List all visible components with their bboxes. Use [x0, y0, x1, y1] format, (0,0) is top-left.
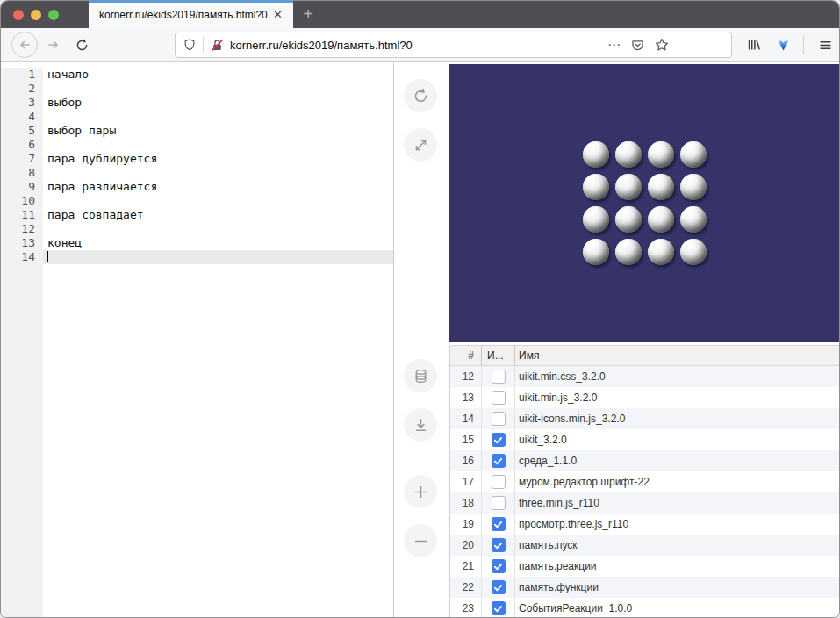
row-number: 16 — [450, 450, 482, 471]
line-number: 2 — [1, 82, 35, 96]
resource-name: среда_1.1.0 — [515, 455, 839, 467]
active-tab[interactable]: kornerr.ru/ekids2019/память.html?0 ✕ — [89, 1, 293, 28]
code-line[interactable] — [43, 194, 393, 208]
sphere[interactable] — [583, 239, 609, 265]
table-row[interactable]: 13uikit.min.js_3.2.0 — [450, 387, 839, 408]
code-editor[interactable]: 1234567891011121314 началовыборвыбор пар… — [1, 62, 394, 617]
checkbox-unchecked[interactable] — [492, 391, 506, 405]
sphere[interactable] — [648, 174, 674, 200]
plus-icon — [412, 483, 430, 501]
table-row[interactable]: 20память.пуск — [450, 535, 839, 556]
line-number: 13 — [1, 236, 35, 250]
resource-name: память.реакции — [515, 560, 839, 572]
table-row[interactable]: 17муром.редактор.шрифт-22 — [450, 471, 839, 492]
back-button[interactable] — [11, 32, 38, 58]
sphere[interactable] — [680, 206, 707, 233]
insecure-connection-icon[interactable] — [210, 38, 225, 53]
sphere[interactable] — [648, 239, 674, 265]
header-enabled: И... — [482, 346, 515, 365]
checkbox-cell — [482, 450, 515, 471]
code-line[interactable]: пара дублируется — [43, 152, 393, 166]
table-row[interactable]: 15uikit_3.2.0 — [450, 429, 839, 450]
sphere[interactable] — [680, 174, 707, 200]
sphere[interactable] — [615, 239, 642, 265]
checkbox-checked[interactable] — [492, 559, 506, 573]
forward-arrow-icon — [47, 38, 61, 52]
code-line[interactable]: начало — [43, 68, 393, 82]
checkbox-unchecked[interactable] — [492, 496, 506, 510]
code-line[interactable]: конец — [43, 236, 393, 250]
table-row[interactable]: 23СобытияРеакции_1.0.0 — [450, 598, 839, 617]
sphere[interactable] — [680, 239, 707, 265]
checkbox-checked[interactable] — [492, 580, 506, 594]
line-number: 9 — [1, 180, 35, 194]
checkbox-checked[interactable] — [492, 538, 506, 552]
row-number: 19 — [450, 514, 482, 535]
tracking-protection-shield-icon[interactable] — [183, 38, 197, 52]
code-line[interactable]: выбор пары — [43, 124, 393, 138]
line-number: 6 — [1, 138, 35, 152]
table-row[interactable]: 19просмотр.three.js_r110 — [450, 514, 839, 535]
table-row[interactable]: 14uikit-icons.min.js_3.2.0 — [450, 408, 839, 429]
checkbox-checked[interactable] — [492, 517, 506, 531]
code-line[interactable] — [43, 222, 393, 236]
checkbox-checked[interactable] — [492, 433, 506, 447]
checkbox-checked[interactable] — [492, 454, 506, 468]
code-line[interactable] — [43, 166, 393, 180]
code-line[interactable]: выбор — [43, 96, 393, 110]
code-line[interactable] — [43, 82, 393, 96]
sphere[interactable] — [648, 206, 674, 233]
url-bar[interactable]: kornerr.ru/ekids2019/память.html?0 ⋯ — [175, 32, 732, 58]
sphere[interactable] — [648, 141, 674, 168]
sphere[interactable] — [615, 141, 642, 168]
pocket-icon[interactable] — [630, 38, 645, 53]
checkbox-checked[interactable] — [492, 601, 506, 615]
sphere[interactable] — [583, 174, 609, 200]
code-line[interactable]: пара различается — [43, 180, 393, 194]
sphere[interactable] — [615, 206, 642, 233]
browser-tab-bar: kornerr.ru/ekids2019/память.html?0 ✕ + — [1, 1, 839, 28]
sphere[interactable] — [680, 141, 707, 168]
minimize-window-button[interactable] — [31, 10, 41, 20]
checkbox-unchecked[interactable] — [492, 412, 506, 426]
tab-close-icon[interactable]: ✕ — [269, 6, 286, 23]
table-row[interactable]: 21память.реакции — [450, 556, 839, 577]
table-row[interactable]: 12uikit.min.css_3.2.0 — [450, 366, 839, 387]
editor-lines[interactable]: началовыборвыбор парыпара дублируетсяпар… — [43, 68, 393, 617]
library-icon[interactable] — [746, 37, 762, 53]
sphere[interactable] — [583, 206, 609, 233]
close-window-button[interactable] — [13, 10, 24, 20]
checkbox-cell — [482, 471, 515, 492]
sphere[interactable] — [615, 174, 642, 200]
table-row[interactable]: 16среда_1.1.0 — [450, 450, 839, 471]
code-line[interactable]: пара совпадает — [43, 208, 393, 222]
code-line[interactable] — [43, 138, 393, 152]
run-refresh-button[interactable] — [404, 79, 437, 112]
forward-button[interactable] — [41, 32, 66, 57]
extension-gem-icon[interactable] — [776, 38, 791, 53]
sphere[interactable] — [583, 141, 609, 168]
code-line[interactable] — [43, 110, 393, 124]
reload-button[interactable] — [69, 32, 94, 57]
new-tab-button[interactable]: + — [293, 1, 323, 28]
bookmark-star-icon[interactable] — [654, 37, 670, 53]
remove-button[interactable] — [404, 524, 437, 557]
download-button[interactable] — [404, 408, 437, 442]
add-button[interactable] — [404, 475, 437, 508]
minus-icon — [412, 532, 430, 550]
tab-title: kornerr.ru/ekids2019/память.html?0 — [99, 9, 269, 21]
hamburger-menu-icon[interactable] — [818, 38, 833, 53]
table-row[interactable]: 22память.функции — [450, 577, 839, 598]
checkbox-unchecked[interactable] — [492, 475, 506, 489]
resources-button[interactable] — [404, 359, 437, 392]
url-text[interactable]: kornerr.ru/ekids2019/память.html?0 — [230, 39, 413, 52]
scene-canvas[interactable] — [449, 64, 839, 342]
table-row[interactable]: 18three.min.js_r110 — [450, 492, 839, 514]
page-actions-icon[interactable]: ⋯ — [607, 37, 621, 53]
maximize-window-button[interactable] — [48, 10, 59, 20]
page-content: 1234567891011121314 началовыборвыбор пар… — [1, 62, 839, 617]
code-line[interactable] — [43, 250, 393, 264]
checkbox-unchecked[interactable] — [492, 370, 506, 384]
fullscreen-button[interactable] — [404, 128, 437, 162]
row-number: 23 — [450, 598, 482, 617]
